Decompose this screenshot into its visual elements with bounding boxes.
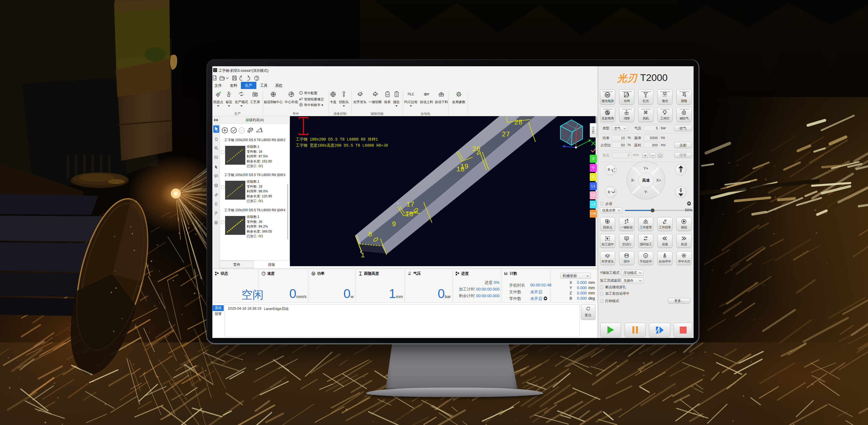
svg-text:26: 26: [472, 145, 480, 153]
svg-text:10: 10: [405, 210, 413, 219]
svg-text:8: 8: [368, 231, 372, 239]
svg-text:工字钢 100x200 D5.5 T8 L6000 R8 排: 工字钢 100x200 D5.5 T8 L6000 R8 排样1: [296, 137, 378, 142]
svg-text:X+: X+: [656, 178, 661, 182]
svg-text:28: 28: [514, 119, 523, 127]
svg-text:X-: X-: [631, 178, 635, 182]
svg-text:Y-: Y-: [644, 190, 648, 194]
svg-text:27: 27: [502, 131, 510, 139]
svg-text:19: 19: [460, 163, 468, 171]
svg-text:17: 17: [406, 201, 414, 209]
svg-text:工字钢 宽度100x高度200 D5.5 T8 L6000: 工字钢 宽度100x高度200 D5.5 T8 L6000 R8+J0: [296, 143, 388, 148]
svg-text:M: M: [645, 255, 647, 257]
svg-text:高速: 高速: [642, 178, 650, 182]
svg-text:Y+: Y+: [644, 166, 648, 170]
svg-text:9: 9: [392, 220, 396, 228]
svg-text:PLC: PLC: [408, 92, 414, 96]
